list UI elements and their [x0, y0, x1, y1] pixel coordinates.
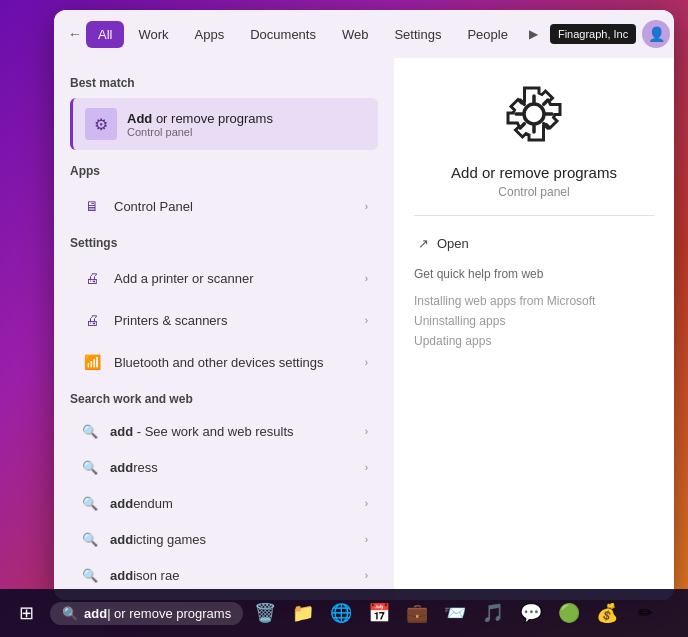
- quick-help-title: Get quick help from web: [414, 267, 654, 281]
- search-small-icon-2: 🔍: [80, 457, 100, 477]
- start-button[interactable]: ⊞: [8, 595, 44, 631]
- taskbar-app-quickbooks[interactable]: 💰: [591, 597, 623, 629]
- settings-section-heading: Settings: [70, 236, 378, 250]
- chevron-icon-3: ›: [365, 315, 368, 326]
- nav-tabs: All Work Apps Documents Web Settings Peo…: [86, 21, 546, 48]
- control-panel-icon: 🖥: [80, 194, 104, 218]
- taskbar-app-outlook[interactable]: 📨: [439, 597, 471, 629]
- best-match-heading: Best match: [70, 76, 378, 90]
- search-text-3: addendum: [110, 496, 365, 511]
- search-text-2: address: [110, 460, 365, 475]
- search-text-4: addicting games: [110, 532, 365, 547]
- add-printer-label: Add a printer or scanner: [114, 271, 365, 286]
- tab-settings[interactable]: Settings: [382, 21, 453, 48]
- quick-link-3[interactable]: Updating apps: [414, 331, 654, 351]
- taskbar-app-zoom[interactable]: 🟢: [553, 597, 585, 629]
- list-item-bluetooth[interactable]: 📶 Bluetooth and other devices settings ›: [70, 342, 378, 382]
- best-match-text: Add or remove programs Control panel: [127, 111, 366, 138]
- taskbar: ⊞ 🔍 add| or remove programs 🗑️ 📁 🌐 📅 💼 📨…: [0, 589, 688, 637]
- chevron-icon-4: ›: [365, 357, 368, 368]
- search-item-address[interactable]: 🔍 address ›: [70, 450, 378, 484]
- chevron-icon-2: ›: [365, 273, 368, 284]
- taskbar-app-calendar[interactable]: 📅: [363, 597, 395, 629]
- start-window: ← All Work Apps Documents Web Settings P…: [54, 10, 674, 600]
- taskbar-search-text: add| or remove programs: [84, 606, 231, 621]
- chevron-icon-9: ›: [365, 570, 368, 581]
- taskbar-app-chat[interactable]: 💬: [515, 597, 547, 629]
- search-item-addicting[interactable]: 🔍 addicting games ›: [70, 522, 378, 556]
- printers-icon: 🖨: [80, 308, 104, 332]
- tab-work[interactable]: Work: [126, 21, 180, 48]
- back-button[interactable]: ←: [68, 20, 82, 48]
- tab-documents[interactable]: Documents: [238, 21, 328, 48]
- open-label: Open: [437, 236, 469, 251]
- quick-link-1[interactable]: Installing web apps from Microsoft: [414, 291, 654, 311]
- chevron-icon-8: ›: [365, 534, 368, 545]
- printer-icon: 🖨: [80, 266, 104, 290]
- search-small-icon-4: 🔍: [80, 529, 100, 549]
- content-area: Best match ⚙ Add or remove programs Cont…: [54, 58, 674, 600]
- user-badge: Finagraph, Inc: [550, 24, 636, 44]
- control-panel-label: Control Panel: [114, 199, 365, 214]
- tab-apps[interactable]: Apps: [183, 21, 237, 48]
- search-text-5: addison rae: [110, 568, 365, 583]
- search-item-add-work[interactable]: 🔍 add - See work and web results ›: [70, 414, 378, 448]
- detail-icon: [498, 78, 570, 150]
- right-panel: Add or remove programs Control panel ↗ O…: [394, 58, 674, 600]
- taskbar-app-edit[interactable]: ✏: [629, 597, 661, 629]
- taskbar-app-teams[interactable]: 🎵: [477, 597, 509, 629]
- best-match-icon: ⚙: [85, 108, 117, 140]
- search-text-1: add - See work and web results: [110, 424, 365, 439]
- search-item-addison[interactable]: 🔍 addison rae ›: [70, 558, 378, 592]
- search-small-icon-3: 🔍: [80, 493, 100, 513]
- search-work-heading: Search work and web: [70, 392, 378, 406]
- left-panel: Best match ⚙ Add or remove programs Cont…: [54, 58, 394, 600]
- open-icon: ↗: [418, 236, 429, 251]
- tab-web[interactable]: Web: [330, 21, 381, 48]
- taskbar-search-icon: 🔍: [62, 606, 78, 621]
- list-item-printers-scanners[interactable]: 🖨 Printers & scanners ›: [70, 300, 378, 340]
- taskbar-app-explorer[interactable]: 📁: [287, 597, 319, 629]
- chevron-icon-7: ›: [365, 498, 368, 509]
- taskbar-app-trash[interactable]: 🗑️: [249, 597, 281, 629]
- open-button[interactable]: ↗ Open: [414, 230, 654, 257]
- taskbar-app-browser[interactable]: 🌐: [325, 597, 357, 629]
- tab-people[interactable]: People: [455, 21, 519, 48]
- list-item-add-printer[interactable]: 🖨 Add a printer or scanner ›: [70, 258, 378, 298]
- search-item-addendum[interactable]: 🔍 addendum ›: [70, 486, 378, 520]
- user-section: Finagraph, Inc 👤 ···: [550, 20, 674, 48]
- detail-subtitle: Control panel: [414, 185, 654, 199]
- chevron-icon-6: ›: [365, 462, 368, 473]
- detail-divider: [414, 215, 654, 216]
- search-small-icon-5: 🔍: [80, 565, 100, 585]
- tab-all[interactable]: All: [86, 21, 124, 48]
- chevron-icon-5: ›: [365, 426, 368, 437]
- bluetooth-label: Bluetooth and other devices settings: [114, 355, 365, 370]
- apps-section-heading: Apps: [70, 164, 378, 178]
- best-match-item[interactable]: ⚙ Add or remove programs Control panel: [70, 98, 378, 150]
- quick-link-2[interactable]: Uninstalling apps: [414, 311, 654, 331]
- best-match-title: Add or remove programs: [127, 111, 366, 126]
- search-small-icon-1: 🔍: [80, 421, 100, 441]
- taskbar-search-bar[interactable]: 🔍 add| or remove programs: [50, 602, 243, 625]
- more-tabs-icon[interactable]: ▶: [522, 22, 546, 46]
- list-item-control-panel[interactable]: 🖥 Control Panel ›: [70, 186, 378, 226]
- chevron-icon: ›: [365, 201, 368, 212]
- detail-title: Add or remove programs: [414, 164, 654, 181]
- top-bar: ← All Work Apps Documents Web Settings P…: [54, 10, 674, 58]
- avatar[interactable]: 👤: [642, 20, 670, 48]
- bluetooth-icon: 📶: [80, 350, 104, 374]
- taskbar-app-mail[interactable]: 💼: [401, 597, 433, 629]
- svg-point-0: [524, 104, 544, 124]
- best-match-subtitle: Control panel: [127, 126, 366, 138]
- printers-scanners-label: Printers & scanners: [114, 313, 365, 328]
